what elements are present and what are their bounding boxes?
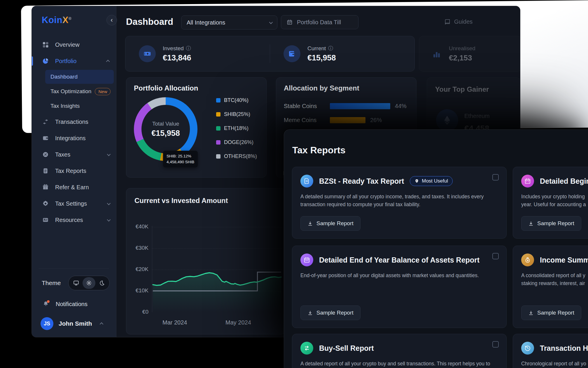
sidebar-collapse-button[interactable]: ‹ bbox=[106, 15, 117, 25]
segment-bar bbox=[330, 103, 390, 109]
sidebar-item-label: Tax Reports bbox=[55, 168, 86, 174]
chevron-up-icon bbox=[100, 322, 104, 326]
allocation-title: Portfolio Allocation bbox=[134, 84, 198, 92]
segment-percent: 26% bbox=[370, 117, 382, 124]
sidebar-item-resources[interactable]: Resources bbox=[32, 212, 116, 228]
sidebar-item-integrations[interactable]: Integrations bbox=[32, 130, 116, 146]
shield-icon bbox=[414, 179, 419, 183]
segment-bar bbox=[330, 117, 365, 123]
report-title: Transaction Hi bbox=[540, 344, 588, 353]
report-description: End-of-year position of all your digital… bbox=[300, 272, 498, 280]
sidebar: KoinX® Overview Portfolio bbox=[32, 6, 116, 337]
legend-item-doge: DOGE(26%) bbox=[216, 138, 257, 147]
report-title: BZSt - Ready Tax Report bbox=[319, 177, 404, 185]
report-checkbox[interactable] bbox=[492, 253, 499, 259]
line-chart[interactable] bbox=[152, 223, 282, 314]
report-card-buy-sell: Buy-Sell Report A detailed report of all… bbox=[292, 334, 507, 368]
notifications-item[interactable]: Notifications bbox=[32, 300, 116, 308]
page-title: Dashboard bbox=[126, 17, 173, 27]
tax-reports-title: Tax Reports bbox=[292, 145, 346, 156]
sample-report-button[interactable]: Sample Report bbox=[521, 216, 581, 231]
sidebar-item-refer-earn[interactable]: Refer & Earn bbox=[32, 179, 116, 195]
info-icon[interactable]: ⓘ bbox=[186, 45, 191, 52]
calendar-report-icon bbox=[521, 175, 534, 188]
portfolio-date-filter[interactable]: Portfolio Data Till bbox=[281, 15, 358, 29]
sidebar-item-portfolio[interactable]: Portfolio bbox=[32, 53, 116, 69]
sample-report-button[interactable]: Sample Report bbox=[300, 305, 360, 320]
y-tick: €0 bbox=[129, 309, 148, 315]
bell-icon bbox=[42, 300, 50, 308]
theme-light-button[interactable] bbox=[83, 277, 95, 289]
grid-icon bbox=[42, 41, 49, 48]
calendar-icon bbox=[286, 19, 293, 25]
sidebar-item-label: Tax Settings bbox=[55, 200, 87, 207]
document-lines-icon bbox=[42, 167, 49, 175]
sun-icon bbox=[86, 280, 92, 286]
calendar-report-icon bbox=[300, 254, 313, 266]
legend-swatch bbox=[216, 126, 220, 131]
download-icon bbox=[528, 310, 534, 316]
y-tick: €10K bbox=[129, 287, 148, 294]
sidebar-footer: Theme bbox=[32, 268, 116, 330]
sidebar-item-tax-reports[interactable]: Tax Reports bbox=[32, 163, 116, 179]
sample-report-button[interactable]: Sample Report bbox=[300, 216, 360, 231]
segment-title: Allocation by Segment bbox=[284, 84, 359, 92]
report-checkbox[interactable] bbox=[492, 341, 499, 348]
x-tick: May 2024 bbox=[225, 319, 251, 326]
y-tick: €30K bbox=[129, 245, 148, 251]
top-gainer-asset: Ethereum bbox=[464, 113, 490, 119]
user-menu[interactable]: JS John Smith bbox=[32, 317, 116, 330]
sidebar-item-overview[interactable]: Overview bbox=[32, 37, 116, 53]
guides-link[interactable]: Guides bbox=[444, 18, 473, 25]
chevron-down-icon bbox=[107, 201, 111, 205]
file-report-icon bbox=[300, 175, 313, 188]
theme-dark-button[interactable] bbox=[95, 277, 108, 289]
wallet-blue-icon bbox=[284, 45, 300, 62]
theme-system-button[interactable] bbox=[70, 277, 83, 289]
wallet-icon bbox=[42, 134, 49, 142]
gear-icon bbox=[42, 200, 49, 207]
sidebar-item-transactions[interactable]: Transactions bbox=[32, 114, 116, 130]
integrations-dropdown[interactable]: All Integrations bbox=[181, 15, 277, 29]
segment-row-meme-coins: Meme Coins 26% bbox=[284, 117, 382, 124]
sidebar-item-taxes[interactable]: Taxes bbox=[32, 146, 116, 163]
new-badge: New bbox=[95, 88, 111, 95]
sidebar-subitem-tax-optimization[interactable]: Tax Optimization New bbox=[45, 84, 114, 98]
integrations-dropdown-value: All Integrations bbox=[187, 19, 225, 26]
x-tick: Mar 2024 bbox=[162, 319, 187, 326]
notifications-label: Notifications bbox=[56, 301, 88, 308]
sidebar-item-label: Resources bbox=[55, 217, 83, 223]
invested-label: Invested bbox=[163, 45, 184, 52]
sidebar-item-label: Portfolio bbox=[55, 58, 76, 65]
date-filter-label: Portfolio Data Till bbox=[297, 19, 341, 26]
top-gainer-title: Your Top Gainer bbox=[435, 85, 489, 93]
active-indicator bbox=[32, 56, 33, 66]
invested-value: €13,846 bbox=[163, 53, 191, 63]
theme-switcher bbox=[68, 276, 110, 290]
guides-label: Guides bbox=[454, 18, 473, 25]
stat-label-row: Invested ⓘ bbox=[163, 45, 191, 52]
report-checkbox[interactable] bbox=[492, 174, 499, 180]
tax-reports-panel: Tax Reports BZSt - Ready Tax Report Most… bbox=[284, 129, 588, 368]
sidebar-subitem-dashboard[interactable]: Dashboard bbox=[45, 70, 114, 84]
portfolio-subnav: Dashboard Tax Optimization New Tax Insig… bbox=[32, 70, 116, 113]
chevron-down-icon bbox=[107, 218, 111, 221]
report-title: Detailed End of Year Balance of Assets R… bbox=[319, 256, 480, 264]
report-card-transaction-history: Transaction Hi Chronological report of a… bbox=[513, 334, 588, 368]
info-icon[interactable]: ⓘ bbox=[328, 45, 333, 52]
stage: KoinX® Overview Portfolio bbox=[0, 0, 588, 368]
koinx-logo: KoinX® bbox=[32, 6, 116, 25]
invested-stat: Invested ⓘ €13,846 bbox=[125, 45, 270, 63]
segment-percent: 44% bbox=[395, 103, 407, 110]
gift-icon bbox=[42, 183, 49, 191]
sidebar-item-label: Integrations bbox=[55, 135, 86, 142]
sample-report-button[interactable]: Sample Report bbox=[521, 305, 581, 320]
sidebar-item-tax-settings[interactable]: Tax Settings bbox=[32, 195, 116, 212]
total-value-amount: €15,958 bbox=[151, 129, 180, 138]
current-vs-invested-card: Current vs Invested Amount €40K €30K €20… bbox=[126, 188, 285, 334]
sidebar-subitem-tax-insights[interactable]: Tax Insights bbox=[45, 99, 114, 113]
sidebar-item-label: Taxes bbox=[55, 151, 70, 158]
unrealised-label: Unrealised bbox=[449, 45, 484, 52]
pie-chart-icon bbox=[42, 57, 49, 65]
theme-row: Theme bbox=[32, 276, 116, 290]
